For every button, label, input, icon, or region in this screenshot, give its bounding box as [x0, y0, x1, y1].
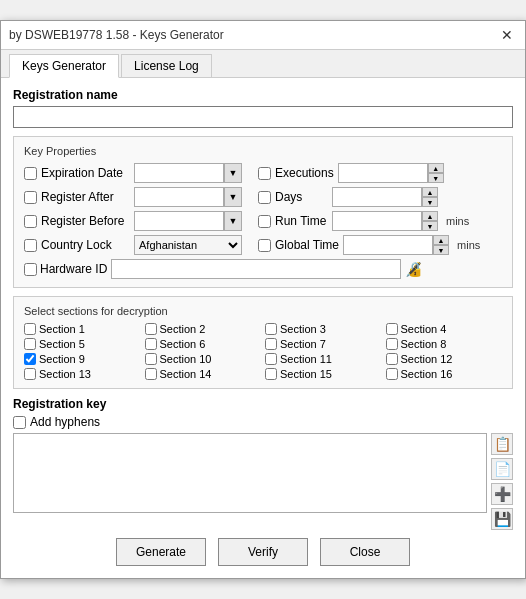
section-item-4: Section 4 — [386, 323, 503, 335]
executions-input[interactable]: 100 — [338, 163, 428, 183]
register-after-input[interactable]: 6/22/2021 — [134, 187, 224, 207]
register-after-date-wrap: 6/22/2021 ▼ — [134, 187, 242, 207]
global-time-input-wrap: 60 ▲ ▼ — [343, 235, 449, 255]
section-checkbox-7[interactable] — [265, 338, 277, 350]
section-item-15: Section 15 — [265, 368, 382, 380]
section-checkbox-13[interactable] — [24, 368, 36, 380]
copy-icon-1[interactable]: 📋 — [491, 433, 513, 455]
add-hyphens-checkbox[interactable] — [13, 416, 26, 429]
section-checkbox-5[interactable] — [24, 338, 36, 350]
main-content: Registration name Key Properties Expirat… — [1, 78, 525, 578]
country-select[interactable]: Afghanistan — [134, 235, 242, 255]
section-label-9: Section 9 — [39, 353, 85, 365]
global-time-down[interactable]: ▼ — [433, 245, 449, 255]
sections-title: Select sections for decryption — [24, 305, 502, 317]
register-after-checkbox[interactable] — [24, 191, 37, 204]
run-time-spinners: ▲ ▼ — [422, 211, 438, 231]
footer-buttons: Generate Verify Close — [13, 538, 513, 566]
section-checkbox-8[interactable] — [386, 338, 398, 350]
close-window-button[interactable]: ✕ — [497, 27, 517, 43]
executions-up[interactable]: ▲ — [428, 163, 444, 173]
register-before-input[interactable]: 6/22/2021 — [134, 211, 224, 231]
add-icon[interactable]: ➕ — [491, 483, 513, 505]
expiration-date-input[interactable]: 6/22/2021 — [134, 163, 224, 183]
section-checkbox-9[interactable] — [24, 353, 36, 365]
global-time-up[interactable]: ▲ — [433, 235, 449, 245]
section-label-10: Section 10 — [160, 353, 212, 365]
section-checkbox-10[interactable] — [145, 353, 157, 365]
section-checkbox-3[interactable] — [265, 323, 277, 335]
hardware-id-label: Hardware ID — [24, 262, 107, 276]
register-before-dropdown[interactable]: ▼ — [224, 211, 242, 231]
registration-name-label: Registration name — [13, 88, 513, 102]
run-time-up[interactable]: ▲ — [422, 211, 438, 221]
close-button[interactable]: Close — [320, 538, 410, 566]
days-checkbox[interactable] — [258, 191, 271, 204]
section-checkbox-6[interactable] — [145, 338, 157, 350]
section-label-12: Section 12 — [401, 353, 453, 365]
section-label-5: Section 5 — [39, 338, 85, 350]
save-icon[interactable]: 💾 — [491, 508, 513, 530]
section-item-5: Section 5 — [24, 338, 141, 350]
expiration-row: Expiration Date 6/22/2021 ▼ Executions 1… — [24, 163, 502, 183]
section-item-2: Section 2 — [145, 323, 262, 335]
section-checkbox-14[interactable] — [145, 368, 157, 380]
register-after-row: Register After 6/22/2021 ▼ Days 30 ▲ — [24, 187, 502, 207]
registration-name-input[interactable] — [13, 106, 513, 128]
section-checkbox-4[interactable] — [386, 323, 398, 335]
country-lock-checkbox[interactable] — [24, 239, 37, 252]
run-time-down[interactable]: ▼ — [422, 221, 438, 231]
global-time-group: Global Time 60 ▲ ▼ mins — [258, 235, 480, 255]
country-lock-row: Country Lock Afghanistan Global Time 60 — [24, 235, 502, 255]
global-time-label: Global Time — [258, 238, 339, 252]
section-item-1: Section 1 — [24, 323, 141, 335]
register-before-checkbox[interactable] — [24, 215, 37, 228]
section-checkbox-2[interactable] — [145, 323, 157, 335]
section-item-7: Section 7 — [265, 338, 382, 350]
hardware-id-checkbox[interactable] — [24, 263, 37, 276]
global-time-input[interactable]: 60 — [343, 235, 433, 255]
generate-button[interactable]: Generate — [116, 538, 206, 566]
country-select-wrap: Afghanistan — [134, 235, 242, 255]
days-input-wrap: 30 ▲ ▼ — [332, 187, 438, 207]
section-label-8: Section 8 — [401, 338, 447, 350]
days-group: Days 30 ▲ ▼ — [258, 187, 438, 207]
register-before-row: Register Before 6/22/2021 ▼ Run Time 10 … — [24, 211, 502, 231]
fingerprint-icon[interactable]: 🔏 — [405, 261, 422, 277]
section-checkbox-16[interactable] — [386, 368, 398, 380]
copy-icon-2[interactable]: 📄 — [491, 458, 513, 480]
section-item-3: Section 3 — [265, 323, 382, 335]
executions-input-wrap: 100 ▲ ▼ — [338, 163, 444, 183]
register-after-dropdown[interactable]: ▼ — [224, 187, 242, 207]
hardware-id-row: Hardware ID 🔏 — [24, 259, 502, 279]
days-input[interactable]: 30 — [332, 187, 422, 207]
registration-key-textarea[interactable] — [13, 433, 487, 513]
register-before-date-wrap: 6/22/2021 ▼ — [134, 211, 242, 231]
section-item-11: Section 11 — [265, 353, 382, 365]
days-up[interactable]: ▲ — [422, 187, 438, 197]
executions-label: Executions — [258, 166, 334, 180]
sections-box: Select sections for decryption Section 1… — [13, 296, 513, 389]
reg-key-area-wrap: 📋 📄 ➕ 💾 — [13, 433, 513, 530]
key-properties-box: Key Properties Expiration Date 6/22/2021… — [13, 136, 513, 288]
executions-checkbox[interactable] — [258, 167, 271, 180]
section-item-6: Section 6 — [145, 338, 262, 350]
run-time-checkbox[interactable] — [258, 215, 271, 228]
expiration-date-checkbox[interactable] — [24, 167, 37, 180]
tab-bar: Keys Generator License Log — [1, 50, 525, 78]
executions-down[interactable]: ▼ — [428, 173, 444, 183]
section-checkbox-15[interactable] — [265, 368, 277, 380]
hardware-id-input[interactable] — [111, 259, 401, 279]
section-checkbox-11[interactable] — [265, 353, 277, 365]
section-checkbox-12[interactable] — [386, 353, 398, 365]
section-checkbox-1[interactable] — [24, 323, 36, 335]
verify-button[interactable]: Verify — [218, 538, 308, 566]
section-label-2: Section 2 — [160, 323, 206, 335]
global-time-checkbox[interactable] — [258, 239, 271, 252]
add-hyphens-label: Add hyphens — [30, 415, 100, 429]
days-down[interactable]: ▼ — [422, 197, 438, 207]
tab-keys-generator[interactable]: Keys Generator — [9, 54, 119, 78]
tab-license-log[interactable]: License Log — [121, 54, 212, 77]
expiration-date-dropdown[interactable]: ▼ — [224, 163, 242, 183]
run-time-input[interactable]: 10 — [332, 211, 422, 231]
